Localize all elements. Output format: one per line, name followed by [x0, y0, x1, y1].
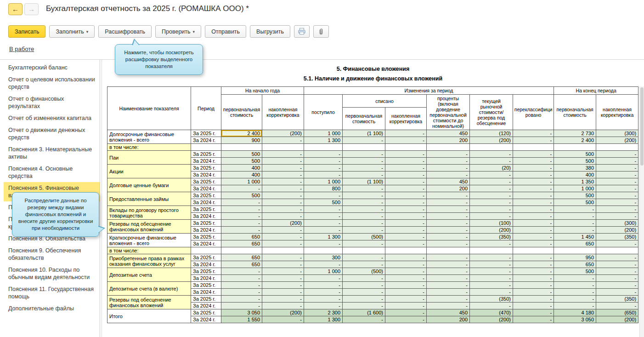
value-cell[interactable]: 3 050 — [554, 316, 596, 323]
period-cell[interactable]: За 2025 г. — [191, 234, 221, 240]
value-cell[interactable]: - — [470, 158, 513, 165]
value-cell[interactable]: - — [343, 289, 385, 296]
value-cell[interactable]: 650 — [221, 261, 262, 268]
row-name-cell[interactable]: Депозитные счета — [107, 268, 191, 282]
value-cell[interactable]: - — [385, 261, 427, 268]
value-cell[interactable]: - — [427, 261, 470, 268]
value-cell[interactable]: 1 000 — [304, 178, 343, 185]
value-cell[interactable]: (1 600) — [343, 309, 385, 316]
value-cell[interactable]: - — [554, 220, 596, 227]
value-cell[interactable]: - — [470, 254, 513, 261]
row-name-cell[interactable]: Предоставленные займы — [107, 192, 191, 206]
value-cell[interactable]: 300 — [304, 254, 343, 261]
table-cell[interactable] — [554, 247, 596, 254]
sidebar-item[interactable]: Пояснения 4. Основные средства — [4, 163, 100, 182]
attach-button[interactable] — [313, 25, 329, 38]
value-cell[interactable]: - — [304, 213, 343, 220]
period-cell[interactable]: За 2024 г. — [191, 316, 221, 323]
value-cell[interactable]: - — [304, 289, 343, 296]
value-cell[interactable]: 1 000 — [304, 130, 343, 137]
value-cell[interactable]: - — [470, 289, 513, 296]
table-cell[interactable] — [513, 247, 554, 254]
value-cell[interactable]: (1 100) — [343, 178, 385, 185]
row-name-cell[interactable]: Депозитные счета (в валюте) — [107, 282, 191, 296]
value-cell[interactable]: - — [470, 303, 513, 309]
status-link[interactable]: В работе — [9, 46, 34, 52]
value-cell[interactable]: - — [343, 296, 385, 303]
table-cell[interactable] — [343, 247, 385, 254]
row-name-cell[interactable]: Долговые ценные бумаги — [107, 178, 191, 192]
value-cell[interactable]: 500 — [221, 192, 262, 199]
value-cell[interactable]: - — [343, 171, 385, 178]
value-cell[interactable]: - — [470, 192, 513, 199]
group-row-label[interactable]: в том числе: — [107, 247, 191, 254]
value-cell[interactable]: - — [554, 206, 596, 213]
value-cell[interactable]: - — [470, 213, 513, 220]
value-cell[interactable]: - — [385, 234, 427, 240]
period-cell[interactable]: За 2025 г. — [191, 206, 221, 213]
value-cell[interactable]: - — [343, 165, 385, 171]
value-cell[interactable]: - — [596, 151, 638, 158]
value-cell[interactable]: - — [470, 178, 513, 185]
value-cell[interactable]: - — [596, 206, 638, 213]
value-cell[interactable]: - — [304, 151, 343, 158]
value-cell[interactable]: - — [262, 158, 304, 165]
print-button[interactable] — [294, 25, 310, 38]
value-cell[interactable]: (200) — [470, 316, 513, 323]
value-cell[interactable]: 500 — [221, 158, 262, 165]
value-cell[interactable]: (500) — [343, 234, 385, 240]
value-cell[interactable]: - — [427, 227, 470, 234]
value-cell[interactable]: 1 550 — [221, 316, 262, 323]
value-cell[interactable]: - — [554, 296, 596, 303]
value-cell[interactable]: - — [262, 289, 304, 296]
value-cell[interactable]: - — [427, 275, 470, 282]
period-cell[interactable]: За 2025 г. — [191, 165, 221, 171]
value-cell[interactable]: (350) — [470, 296, 513, 303]
period-cell[interactable]: За 2024 г. — [191, 137, 221, 144]
value-cell[interactable]: - — [427, 158, 470, 165]
row-name-cell[interactable]: Вклады по договору простого товарищества — [107, 206, 191, 220]
value-cell[interactable]: (350) — [596, 234, 638, 240]
value-cell[interactable]: - — [262, 261, 304, 268]
value-cell[interactable]: - — [385, 165, 427, 171]
value-cell[interactable]: 1 350 — [554, 178, 596, 185]
value-cell[interactable]: - — [513, 296, 554, 303]
value-cell[interactable]: - — [554, 213, 596, 220]
value-cell[interactable]: - — [513, 268, 554, 275]
value-cell[interactable]: - — [262, 296, 304, 303]
value-cell[interactable]: - — [385, 206, 427, 213]
value-cell[interactable]: - — [385, 289, 427, 296]
period-cell[interactable]: За 2024 г. — [191, 275, 221, 282]
value-cell[interactable]: 2 400 — [554, 137, 596, 144]
value-cell[interactable]: 500 — [554, 158, 596, 165]
value-cell[interactable]: - — [596, 192, 638, 199]
value-cell[interactable]: - — [596, 261, 638, 268]
value-cell[interactable]: - — [304, 275, 343, 282]
value-cell[interactable]: 4 180 — [554, 309, 596, 316]
value-cell[interactable]: - — [427, 213, 470, 220]
value-cell[interactable]: 400 — [221, 171, 262, 178]
value-cell[interactable]: 500 — [554, 199, 596, 206]
value-cell[interactable]: - — [304, 296, 343, 303]
table-cell[interactable] — [221, 144, 262, 151]
row-name-cell[interactable]: Резервы под обесценение финансовых вложе… — [107, 296, 191, 309]
period-cell[interactable]: За 2025 г. — [191, 282, 221, 289]
value-cell[interactable]: - — [470, 185, 513, 192]
value-cell[interactable]: - — [385, 309, 427, 316]
value-cell[interactable]: - — [343, 227, 385, 234]
period-cell[interactable]: За 2024 г. — [191, 185, 221, 192]
value-cell[interactable]: - — [513, 185, 554, 192]
value-cell[interactable]: - — [262, 199, 304, 206]
value-cell[interactable]: - — [262, 178, 304, 185]
value-cell[interactable]: - — [343, 316, 385, 323]
value-cell[interactable]: - — [470, 275, 513, 282]
value-cell[interactable]: - — [221, 227, 262, 234]
value-cell[interactable]: - — [513, 309, 554, 316]
value-cell[interactable]: - — [221, 206, 262, 213]
value-cell[interactable]: - — [304, 220, 343, 227]
value-cell[interactable]: (500) — [343, 268, 385, 275]
sidebar-item[interactable]: Отчет об изменениях капитала — [4, 112, 100, 124]
row-name-cell[interactable]: Долгосрочные финансовые вложения - всего — [107, 130, 191, 144]
row-name-cell[interactable]: Акции — [107, 165, 191, 178]
value-cell[interactable]: - — [596, 254, 638, 261]
